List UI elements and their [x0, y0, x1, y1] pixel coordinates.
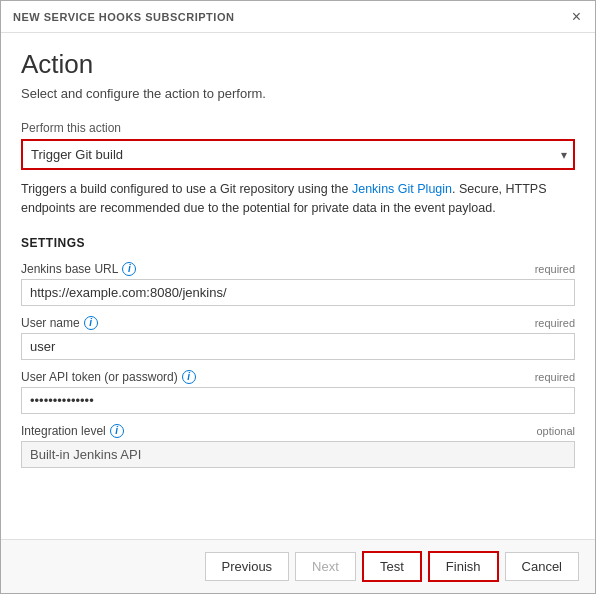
jenkins-url-label-text: Jenkins base URL: [21, 262, 118, 276]
description-text-before: Triggers a build configured to use a Git…: [21, 182, 352, 196]
integration-level-group: Integration level i optional: [21, 424, 575, 468]
username-input[interactable]: [21, 333, 575, 360]
jenkins-plugin-link[interactable]: Jenkins Git Plugin: [352, 182, 452, 196]
jenkins-url-label-row: Jenkins base URL i required: [21, 262, 575, 276]
dialog-body: Action Select and configure the action t…: [1, 33, 595, 539]
cancel-button[interactable]: Cancel: [505, 552, 579, 581]
action-select-wrapper: Trigger Git build ▾: [21, 139, 575, 170]
jenkins-url-label: Jenkins base URL i: [21, 262, 136, 276]
api-token-group: User API token (or password) i required: [21, 370, 575, 414]
api-token-required: required: [535, 371, 575, 383]
close-button[interactable]: ×: [570, 9, 583, 25]
integration-level-label-text: Integration level: [21, 424, 106, 438]
username-label-text: User name: [21, 316, 80, 330]
finish-button[interactable]: Finish: [428, 551, 499, 582]
jenkins-url-input[interactable]: [21, 279, 575, 306]
integration-level-info-icon[interactable]: i: [110, 424, 124, 438]
action-field-label: Perform this action: [21, 121, 575, 135]
username-required: required: [535, 317, 575, 329]
username-group: User name i required: [21, 316, 575, 360]
next-button[interactable]: Next: [295, 552, 356, 581]
api-token-label-row: User API token (or password) i required: [21, 370, 575, 384]
username-info-icon[interactable]: i: [84, 316, 98, 330]
dialog: NEW SERVICE HOOKS SUBSCRIPTION × Action …: [0, 0, 596, 594]
api-token-input[interactable]: [21, 387, 575, 414]
action-select[interactable]: Trigger Git build: [21, 139, 575, 170]
username-label-row: User name i required: [21, 316, 575, 330]
test-button[interactable]: Test: [362, 551, 422, 582]
dialog-footer: Previous Next Test Finish Cancel: [1, 539, 595, 593]
username-label: User name i: [21, 316, 98, 330]
page-subtitle: Select and configure the action to perfo…: [21, 86, 575, 101]
settings-heading: SETTINGS: [21, 236, 575, 250]
api-token-info-icon[interactable]: i: [182, 370, 196, 384]
action-form-group: Perform this action Trigger Git build ▾: [21, 121, 575, 170]
previous-button[interactable]: Previous: [205, 552, 290, 581]
api-token-label: User API token (or password) i: [21, 370, 196, 384]
dialog-title: NEW SERVICE HOOKS SUBSCRIPTION: [13, 11, 234, 23]
integration-level-input: [21, 441, 575, 468]
jenkins-url-required: required: [535, 263, 575, 275]
integration-level-optional: optional: [536, 425, 575, 437]
dialog-titlebar: NEW SERVICE HOOKS SUBSCRIPTION ×: [1, 1, 595, 33]
action-description: Triggers a build configured to use a Git…: [21, 180, 575, 218]
page-heading: Action: [21, 49, 575, 80]
api-token-label-text: User API token (or password): [21, 370, 178, 384]
jenkins-url-group: Jenkins base URL i required: [21, 262, 575, 306]
integration-level-label: Integration level i: [21, 424, 124, 438]
integration-level-label-row: Integration level i optional: [21, 424, 575, 438]
jenkins-url-info-icon[interactable]: i: [122, 262, 136, 276]
